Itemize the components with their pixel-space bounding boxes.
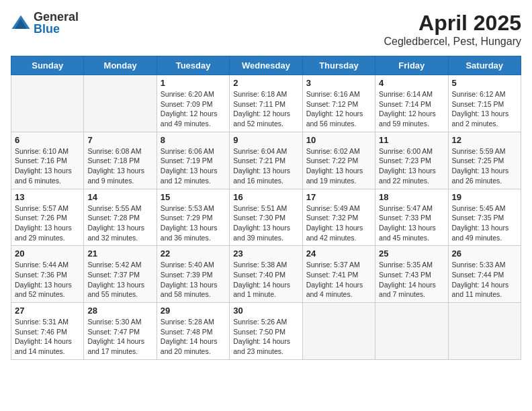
calendar-day-cell: 6Sunrise: 6:10 AM Sunset: 7:16 PM Daylig… [11,132,84,189]
calendar-week-row: 20Sunrise: 5:44 AM Sunset: 7:36 PM Dayli… [11,246,521,303]
calendar-week-row: 6Sunrise: 6:10 AM Sunset: 7:16 PM Daylig… [11,132,521,189]
day-info: Sunrise: 5:55 AM Sunset: 7:28 PM Dayligh… [87,203,152,243]
logo-general-text: General [34,11,79,23]
weekday-header: Thursday [302,56,375,75]
day-number: 29 [161,306,226,316]
day-number: 22 [161,248,226,259]
day-number: 5 [452,78,517,88]
day-number: 12 [452,135,517,145]
calendar-day-cell: 2Sunrise: 6:18 AM Sunset: 7:11 PM Daylig… [230,75,302,132]
day-info: Sunrise: 5:26 AM Sunset: 7:50 PM Dayligh… [233,317,298,357]
logo-blue-text: Blue [34,23,79,35]
calendar-day-cell: 24Sunrise: 5:37 AM Sunset: 7:41 PM Dayli… [302,246,375,303]
day-info: Sunrise: 6:06 AM Sunset: 7:19 PM Dayligh… [161,146,226,186]
day-number: 23 [233,248,298,259]
weekday-header: Monday [84,56,157,75]
calendar-day-cell: 19Sunrise: 5:45 AM Sunset: 7:35 PM Dayli… [448,189,521,246]
calendar-day-cell: 9Sunrise: 6:04 AM Sunset: 7:21 PM Daylig… [230,132,302,189]
day-info: Sunrise: 5:42 AM Sunset: 7:37 PM Dayligh… [87,260,152,300]
calendar-day-cell: 17Sunrise: 5:49 AM Sunset: 7:32 PM Dayli… [302,189,375,246]
calendar-week-row: 13Sunrise: 5:57 AM Sunset: 7:26 PM Dayli… [11,189,521,246]
day-info: Sunrise: 5:40 AM Sunset: 7:39 PM Dayligh… [161,260,226,300]
day-info: Sunrise: 6:02 AM Sunset: 7:22 PM Dayligh… [306,146,371,186]
day-info: Sunrise: 5:31 AM Sunset: 7:46 PM Dayligh… [15,317,80,357]
calendar-day-cell: 18Sunrise: 5:47 AM Sunset: 7:33 PM Dayli… [375,189,448,246]
day-number: 17 [306,192,371,202]
day-info: Sunrise: 5:53 AM Sunset: 7:29 PM Dayligh… [161,203,226,243]
calendar-day-cell: 5Sunrise: 6:12 AM Sunset: 7:15 PM Daylig… [448,75,521,132]
calendar-day-cell: 10Sunrise: 6:02 AM Sunset: 7:22 PM Dayli… [302,132,375,189]
day-info: Sunrise: 6:08 AM Sunset: 7:18 PM Dayligh… [87,146,152,186]
calendar-day-cell: 21Sunrise: 5:42 AM Sunset: 7:37 PM Dayli… [84,246,157,303]
day-info: Sunrise: 6:04 AM Sunset: 7:21 PM Dayligh… [233,146,298,186]
day-info: Sunrise: 5:33 AM Sunset: 7:44 PM Dayligh… [452,260,517,300]
day-info: Sunrise: 6:16 AM Sunset: 7:12 PM Dayligh… [306,89,371,129]
day-info: Sunrise: 5:28 AM Sunset: 7:48 PM Dayligh… [161,317,226,357]
calendar-table: SundayMondayTuesdayWednesdayThursdayFrid… [11,56,521,360]
calendar-title: April 2025 [384,11,521,36]
day-number: 30 [233,306,298,316]
page-header: General Blue April 2025 Cegledbercel, Pe… [11,11,521,48]
day-info: Sunrise: 5:59 AM Sunset: 7:25 PM Dayligh… [452,146,517,186]
calendar-day-cell [302,303,375,360]
day-info: Sunrise: 5:35 AM Sunset: 7:43 PM Dayligh… [379,260,444,300]
day-number: 27 [15,306,80,316]
day-info: Sunrise: 5:44 AM Sunset: 7:36 PM Dayligh… [15,260,80,300]
calendar-day-cell: 29Sunrise: 5:28 AM Sunset: 7:48 PM Dayli… [157,303,229,360]
calendar-day-cell: 28Sunrise: 5:30 AM Sunset: 7:47 PM Dayli… [84,303,157,360]
day-number: 21 [87,248,152,259]
day-number: 15 [161,192,226,202]
calendar-subtitle: Cegledbercel, Pest, Hungary [384,36,521,48]
calendar-day-cell: 13Sunrise: 5:57 AM Sunset: 7:26 PM Dayli… [11,189,84,246]
title-section: April 2025 Cegledbercel, Pest, Hungary [384,11,521,48]
calendar-day-cell [11,75,84,132]
calendar-day-cell [375,303,448,360]
day-number: 18 [379,192,444,202]
day-number: 7 [87,135,152,145]
day-number: 3 [306,78,371,88]
day-info: Sunrise: 5:47 AM Sunset: 7:33 PM Dayligh… [379,203,444,243]
calendar-header-row: SundayMondayTuesdayWednesdayThursdayFrid… [11,56,521,75]
day-info: Sunrise: 6:18 AM Sunset: 7:11 PM Dayligh… [233,89,298,129]
weekday-header: Friday [375,56,448,75]
day-info: Sunrise: 6:12 AM Sunset: 7:15 PM Dayligh… [452,89,517,129]
calendar-day-cell: 27Sunrise: 5:31 AM Sunset: 7:46 PM Dayli… [11,303,84,360]
day-number: 19 [452,192,517,202]
calendar-day-cell: 8Sunrise: 6:06 AM Sunset: 7:19 PM Daylig… [157,132,229,189]
weekday-header: Sunday [11,56,84,75]
day-number: 28 [87,306,152,316]
day-info: Sunrise: 6:14 AM Sunset: 7:14 PM Dayligh… [379,89,444,129]
day-number: 26 [452,248,517,259]
day-number: 24 [306,248,371,259]
day-number: 4 [379,78,444,88]
calendar-day-cell: 12Sunrise: 5:59 AM Sunset: 7:25 PM Dayli… [448,132,521,189]
day-info: Sunrise: 5:45 AM Sunset: 7:35 PM Dayligh… [452,203,517,243]
calendar-day-cell: 4Sunrise: 6:14 AM Sunset: 7:14 PM Daylig… [375,75,448,132]
calendar-week-row: 1Sunrise: 6:20 AM Sunset: 7:09 PM Daylig… [11,75,521,132]
calendar-day-cell: 3Sunrise: 6:16 AM Sunset: 7:12 PM Daylig… [302,75,375,132]
day-info: Sunrise: 5:30 AM Sunset: 7:47 PM Dayligh… [87,317,152,357]
logo: General Blue [11,11,79,35]
calendar-day-cell: 1Sunrise: 6:20 AM Sunset: 7:09 PM Daylig… [157,75,229,132]
day-number: 8 [161,135,226,145]
day-info: Sunrise: 6:10 AM Sunset: 7:16 PM Dayligh… [15,146,80,186]
day-number: 25 [379,248,444,259]
calendar-day-cell [84,75,157,132]
day-number: 2 [233,78,298,88]
day-number: 10 [306,135,371,145]
calendar-day-cell [448,303,521,360]
weekday-header: Wednesday [230,56,302,75]
weekday-header: Saturday [448,56,521,75]
logo-icon [11,13,31,33]
calendar-day-cell: 26Sunrise: 5:33 AM Sunset: 7:44 PM Dayli… [448,246,521,303]
calendar-day-cell: 14Sunrise: 5:55 AM Sunset: 7:28 PM Dayli… [84,189,157,246]
calendar-day-cell: 25Sunrise: 5:35 AM Sunset: 7:43 PM Dayli… [375,246,448,303]
calendar-day-cell: 30Sunrise: 5:26 AM Sunset: 7:50 PM Dayli… [230,303,302,360]
weekday-header: Tuesday [157,56,229,75]
calendar-day-cell: 16Sunrise: 5:51 AM Sunset: 7:30 PM Dayli… [230,189,302,246]
calendar-day-cell: 7Sunrise: 6:08 AM Sunset: 7:18 PM Daylig… [84,132,157,189]
calendar-day-cell: 11Sunrise: 6:00 AM Sunset: 7:23 PM Dayli… [375,132,448,189]
day-number: 20 [15,248,80,259]
day-number: 14 [87,192,152,202]
calendar-day-cell: 20Sunrise: 5:44 AM Sunset: 7:36 PM Dayli… [11,246,84,303]
